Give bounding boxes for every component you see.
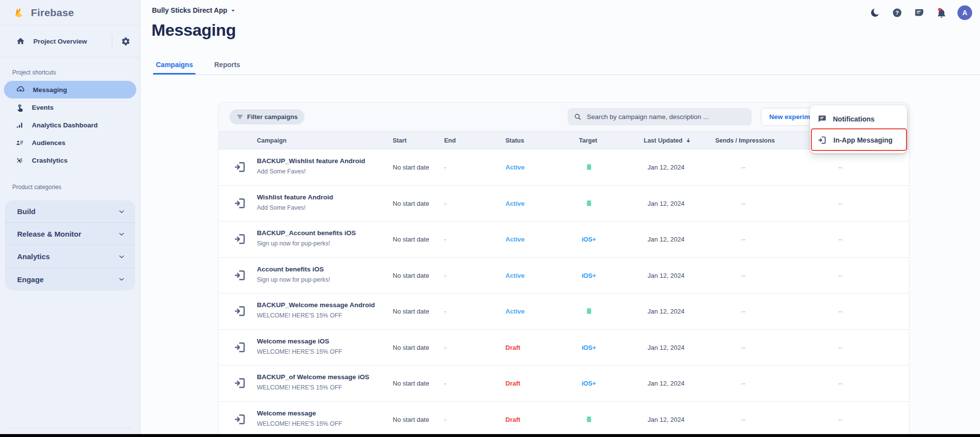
help-icon[interactable]: ? (891, 7, 903, 19)
column-header-label: Last Updated (644, 137, 682, 144)
last-updated-date: Jan 12, 2024 (648, 199, 684, 207)
impressions-secondary-value: -- (830, 380, 850, 387)
campaign-end: - (444, 271, 446, 279)
android-icon (584, 163, 594, 172)
campaign-name: BACKUP_Welcome message Android (257, 301, 375, 309)
screenshot-bottom-bar (0, 434, 980, 437)
table-row[interactable]: Wishlist feature Android Add Some Faves!… (219, 186, 909, 222)
gear-icon[interactable] (121, 37, 130, 46)
product-categories-label: Product categories (0, 169, 140, 195)
avatar[interactable]: A (957, 5, 972, 20)
category-label: Engage (17, 275, 118, 284)
chevron-down-icon (118, 208, 126, 216)
dark-mode-moon-icon[interactable] (869, 7, 881, 19)
target-platform (578, 414, 600, 424)
last-updated-date: Jan 12, 2024 (648, 343, 684, 351)
sidebar-item-audiences[interactable]: Audiences (4, 134, 136, 151)
campaign-end: - (444, 199, 446, 207)
category-label: Release & Monitor (17, 230, 118, 238)
in-app-campaign-icon (233, 196, 247, 210)
in-app-campaign-icon (233, 340, 247, 354)
tab-reports[interactable]: Reports (214, 61, 240, 69)
table-row[interactable]: BACKUP_Welcome message Android WELCOME! … (219, 293, 909, 330)
campaign-start: No start date (393, 415, 429, 423)
chevron-down-icon (118, 253, 126, 261)
campaign-name: Welcome message (257, 410, 316, 417)
campaign-name: BACKUP_Account benefits iOS (257, 229, 356, 237)
target-platform (578, 163, 600, 172)
android-icon (584, 414, 594, 424)
menu-item-in-app-messaging[interactable]: In-App Messaging (810, 129, 907, 150)
campaign-description: WELCOME! HERE'S 15% OFF (257, 312, 342, 319)
column-header-end: End (444, 137, 456, 144)
breadcrumb-app-selector[interactable]: Bully Sticks Direct App (152, 6, 237, 14)
search-input[interactable] (587, 113, 746, 121)
campaign-description: WELCOME! HERE'S 15% OFF (257, 384, 342, 391)
campaign-name: BACKUP_Wishlist feature Android (257, 157, 365, 165)
last-updated-date: Jan 12, 2024 (648, 271, 684, 279)
target-platform (578, 307, 600, 316)
column-header-last-updated[interactable]: Last Updated (644, 137, 692, 144)
sends-impressions-value: -- (733, 380, 753, 387)
sidebar-item-crashlytics[interactable]: Crashlytics (4, 151, 136, 169)
sort-descending-icon (685, 137, 692, 144)
sends-impressions-value: -- (733, 199, 753, 207)
campaign-name: Account benefits iOS (257, 266, 324, 273)
notifications-bell-icon[interactable] (935, 7, 947, 19)
breadcrumb-label: Bully Sticks Direct App (152, 6, 227, 14)
campaign-start: No start date (393, 343, 429, 351)
campaign-start: No start date (393, 236, 429, 243)
campaign-start: No start date (393, 199, 429, 207)
project-shortcuts-label: Project shortcuts (0, 57, 140, 81)
impressions-secondary-value: -- (830, 343, 850, 351)
filter-icon (236, 113, 244, 121)
table-row[interactable]: Welcome message iOS WELCOME! HERE'S 15% … (219, 330, 909, 366)
in-app-campaign-icon (233, 377, 247, 390)
category-analytics[interactable]: Analytics (5, 245, 135, 268)
filter-campaigns-chip[interactable]: Filter campaigns (229, 109, 304, 124)
product-categories-group: Build Release & Monitor Analytics Engage (5, 200, 135, 291)
home-icon (16, 37, 25, 46)
status-badge: Active (505, 308, 525, 315)
impressions-secondary-value: -- (830, 271, 850, 279)
sends-impressions-value: -- (733, 308, 753, 315)
table-row[interactable]: Welcome message WELCOME! HERE'S 15% OFF … (219, 402, 909, 435)
status-badge: Active (505, 236, 525, 243)
sends-impressions-value: -- (733, 236, 753, 243)
tab-campaigns[interactable]: Campaigns (156, 61, 193, 69)
table-row[interactable]: Account benefits iOS Sign up now for pup… (219, 258, 909, 294)
campaign-end: - (444, 236, 446, 243)
category-engage[interactable]: Engage (5, 268, 135, 291)
svg-text:?: ? (896, 10, 899, 16)
sends-impressions-value: -- (733, 271, 753, 279)
table-row[interactable]: BACKUP_Wishlist feature Android Add Some… (219, 149, 909, 186)
sidebar-item-label: Events (32, 104, 53, 111)
menu-item-notifications[interactable]: Notifications (810, 108, 907, 129)
project-overview[interactable]: Project Overview (0, 25, 140, 57)
sidebar-item-label: Crashlytics (32, 157, 68, 164)
status-badge: Active (505, 271, 525, 279)
category-label: Build (17, 207, 118, 216)
column-header-target: Target (579, 137, 597, 144)
firebase-brand[interactable]: Firebase (0, 0, 140, 25)
campaign-description: WELCOME! HERE'S 15% OFF (257, 420, 342, 427)
in-app-messaging-icon (817, 135, 827, 145)
caret-down-icon (229, 7, 237, 14)
sidebar-item-messaging[interactable]: Messaging (4, 81, 136, 98)
table-row[interactable]: BACKUP_of Welcome message iOS WELCOME! H… (219, 365, 909, 402)
target-platform (578, 198, 600, 208)
feedback-icon[interactable] (913, 7, 925, 19)
campaign-end: - (444, 380, 446, 387)
android-icon (584, 307, 594, 316)
category-build[interactable]: Build (5, 200, 135, 223)
campaign-description: Add Some Faves! (257, 204, 305, 211)
audiences-icon (16, 139, 24, 147)
project-overview-label: Project Overview (33, 38, 112, 45)
sends-impressions-value: -- (733, 164, 753, 171)
sidebar-item-analytics-dashboard[interactable]: Analytics Dashboard (4, 116, 136, 134)
sidebar-item-events[interactable]: Events (4, 98, 136, 116)
category-label: Analytics (17, 252, 118, 261)
category-release-monitor[interactable]: Release & Monitor (5, 223, 135, 245)
campaign-name: Wishlist feature Android (257, 194, 333, 201)
table-row[interactable]: BACKUP_Account benefits iOS Sign up now … (219, 221, 909, 258)
